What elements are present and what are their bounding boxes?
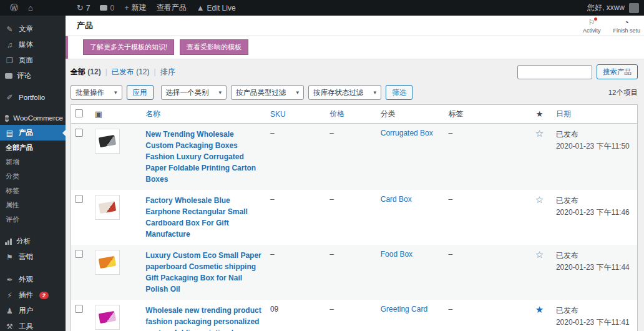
product-name-link[interactable]: New Trending Wholesale Custom Packaging … xyxy=(145,129,263,185)
product-thumbnail[interactable] xyxy=(95,129,120,154)
wordpress-logo-icon[interactable]: Ⓦ xyxy=(5,0,23,16)
sidebar-item-label: 分析 xyxy=(16,237,31,246)
users-icon: ♟ xyxy=(5,307,14,315)
sidebar-item-products[interactable]: ▤产品 xyxy=(0,125,66,141)
product-name-link[interactable]: Wholesale new trending product fashion p… xyxy=(145,305,263,331)
sidebar-item-comments[interactable]: 评论 xyxy=(0,68,66,84)
sidebar-subitem-categories[interactable]: 分类 xyxy=(0,169,66,184)
view-product-link[interactable]: 查看产品 xyxy=(152,0,192,16)
select-all-checkbox[interactable] xyxy=(75,109,83,117)
product-thumbnail[interactable] xyxy=(95,195,120,220)
product-thumbnail[interactable] xyxy=(95,305,120,330)
plugins-icon: ⚡ xyxy=(5,292,14,299)
search-products-button[interactable]: 搜索产品 xyxy=(597,64,638,79)
product-checkbox[interactable] xyxy=(75,250,83,258)
sidebar-subitem-all-products[interactable]: 全部产品 xyxy=(0,141,66,155)
finish-setup-button[interactable]: ◔ Finish setu xyxy=(612,17,642,33)
page-header: 产品 ⚐ Activity ◔ Finish setu xyxy=(66,16,644,36)
column-header-sku[interactable]: SKU xyxy=(270,110,286,119)
clock-icon: ◔ xyxy=(625,19,629,27)
home-glyph: ⌂ xyxy=(28,3,33,12)
product-name-link[interactable]: Luxury Custom Eco Small Paper paperboard… xyxy=(145,250,263,295)
tools-icon: ⚒ xyxy=(5,323,14,330)
chevron-down-icon: ▾ xyxy=(296,89,300,96)
column-header-price[interactable]: 价格 xyxy=(329,109,344,118)
sidebar-item-marketing[interactable]: ⚑营销 xyxy=(0,249,66,265)
sidebar-item-label: 营销 xyxy=(19,252,33,262)
price-value: – xyxy=(329,250,334,259)
product-name-cell: Luxury Custom Eco Small Paper paperboard… xyxy=(142,245,266,300)
product-featured-cell: ☆ xyxy=(527,245,552,265)
avatar[interactable] xyxy=(629,3,639,13)
header-tools: ⚐ Activity ◔ Finish setu xyxy=(582,17,642,33)
product-checkbox[interactable] xyxy=(75,305,83,313)
user-greeting[interactable]: 您好, xxww xyxy=(587,2,625,13)
stock-status-filter-select[interactable]: 按库存状态过滤▾ xyxy=(308,85,381,100)
product-date-cell: 已发布2020-01-23 下午11:44 xyxy=(552,245,637,278)
image-column-icon: ▣ xyxy=(95,109,102,119)
admin-bar-center-group: ↻7 0 +新建 查看产品 ▲Edit Live xyxy=(72,0,241,16)
category-link[interactable]: Food Box xyxy=(381,250,412,259)
product-sku-cell: – xyxy=(266,245,326,264)
sidebar-item-users[interactable]: ♟用户 xyxy=(0,303,66,319)
product-checkbox[interactable] xyxy=(75,195,83,203)
sidebar-subitem-attributes[interactable]: 属性 xyxy=(0,198,66,212)
table-header-row: ▣ 名称 SKU 价格 分类 标签 ★ 日期 xyxy=(71,105,637,124)
product-thumbnail[interactable] xyxy=(95,250,120,275)
category-filter-select[interactable]: 选择一个类别▾ xyxy=(161,85,227,100)
featured-star-icon[interactable]: ☆ xyxy=(535,128,544,139)
column-header-name[interactable]: 名称 xyxy=(145,109,160,118)
learn-more-templates-button[interactable]: 了解更多关于模板的知识! xyxy=(83,39,174,55)
bulk-action-select[interactable]: 批量操作▾ xyxy=(71,85,122,100)
table-body: New Trending Wholesale Custom Packaging … xyxy=(71,124,637,331)
sidebar-item-portfolio[interactable]: ✐Portfolio xyxy=(0,91,66,104)
featured-star-icon[interactable]: ☆ xyxy=(535,194,544,205)
product-date-cell: 已发布2020-01-23 下午11:50 xyxy=(552,124,637,157)
sidebar-subitem-reviews[interactable]: 评价 xyxy=(0,212,66,227)
view-sort-link[interactable]: 排序 xyxy=(160,67,175,77)
comments-indicator[interactable]: 0 xyxy=(95,0,119,16)
featured-star-icon[interactable]: ☆ xyxy=(535,249,544,260)
column-header-tags: 标签 xyxy=(449,109,464,118)
view-all-link[interactable]: 全部 (12) xyxy=(71,67,101,77)
publish-date: 2020-01-23 下午11:44 xyxy=(556,262,633,274)
view-affected-templates-button[interactable]: 查看受影响的模板 xyxy=(180,39,248,55)
sidebar-item-plugins[interactable]: ⚡插件2 xyxy=(0,287,66,303)
product-featured-cell: ★ xyxy=(527,300,552,320)
sidebar-item-media[interactable]: ♫媒体 xyxy=(0,37,66,52)
sidebar-item-woocommerce[interactable]: wWooCommerce xyxy=(0,111,66,125)
category-link[interactable]: Card Box xyxy=(381,195,412,204)
category-link[interactable]: Corrugated Box xyxy=(381,129,433,137)
sidebar-item-posts[interactable]: ✎文章 xyxy=(0,21,66,37)
product-photo xyxy=(99,135,116,147)
home-icon[interactable]: ⌂ xyxy=(23,0,38,16)
product-name-link[interactable]: Factory Wholesale Blue Earphone Rectangu… xyxy=(145,195,263,240)
views-separator: | xyxy=(154,67,156,76)
search-input[interactable] xyxy=(517,65,592,79)
column-header-date[interactable]: 日期 xyxy=(556,109,571,118)
sidebar-item-appearance[interactable]: ✒外观 xyxy=(0,272,66,287)
product-thumbnail-cell xyxy=(91,190,142,225)
sidebar-item-analytics[interactable]: 分析 xyxy=(0,234,66,249)
updates-indicator[interactable]: ↻7 xyxy=(72,0,95,16)
new-button[interactable]: +新建 xyxy=(119,0,152,16)
view-published-link[interactable]: 已发布 (12) xyxy=(112,67,150,77)
template-notice: 了解更多关于模板的知识! 查看受影响的模板 xyxy=(66,36,644,59)
sidebar-subitem-tags[interactable]: 标签 xyxy=(0,184,66,198)
product-type-filter-select[interactable]: 按产品类型过滤▾ xyxy=(231,85,304,100)
chevron-down-icon: ▾ xyxy=(219,89,222,96)
apply-button[interactable]: 应用 xyxy=(127,85,154,100)
sidebar-subitem-add-new[interactable]: 新增 xyxy=(0,155,66,169)
featured-star-icon[interactable]: ★ xyxy=(535,304,544,315)
category-link[interactable]: Greeting Card xyxy=(381,305,427,314)
sidebar-item-tools[interactable]: ⚒工具 xyxy=(0,319,66,331)
edit-live-link[interactable]: ▲Edit Live xyxy=(192,0,241,16)
filter-button[interactable]: 筛选 xyxy=(386,85,412,100)
product-checkbox[interactable] xyxy=(75,129,83,137)
comments-icon xyxy=(5,73,12,79)
sidebar-item-pages[interactable]: ❐页面 xyxy=(0,52,66,68)
publish-status: 已发布 xyxy=(556,129,633,141)
column-header-category: 分类 xyxy=(381,109,396,118)
activity-button[interactable]: ⚐ Activity xyxy=(582,17,602,33)
activity-label: Activity xyxy=(583,27,601,34)
